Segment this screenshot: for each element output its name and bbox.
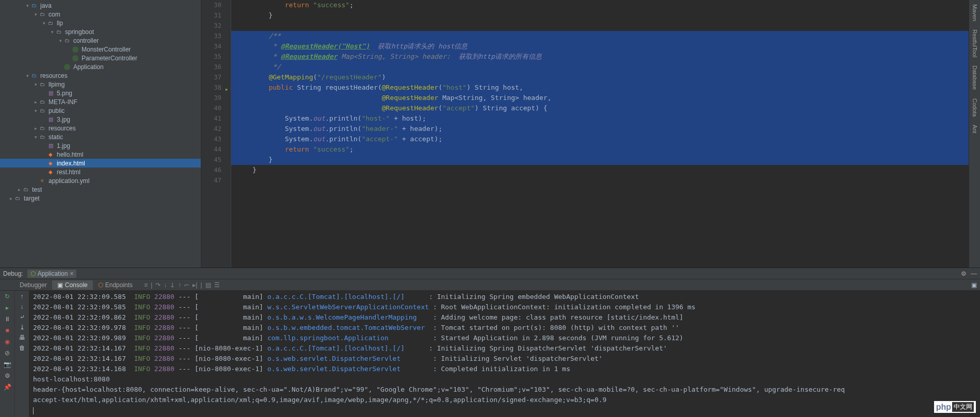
chevron-icon[interactable] bbox=[25, 73, 30, 78]
code-line-35[interactable]: * @RequestHeader Map<String, String> hea… bbox=[231, 52, 969, 62]
close-icon[interactable]: × bbox=[70, 270, 73, 277]
minimize-icon[interactable]: — bbox=[971, 270, 977, 277]
chevron-icon[interactable] bbox=[33, 82, 38, 87]
debug-run-config[interactable]: ⬡ Application × bbox=[27, 270, 77, 278]
tree-item-target[interactable]: 🗀target bbox=[0, 194, 201, 203]
tree-item-resources[interactable]: 🗀resources bbox=[0, 124, 201, 132]
tree-item-index-html[interactable]: ◆index.html bbox=[0, 159, 201, 168]
editor-gutter[interactable]: 30313233💡3435363738▸394041424344454647 bbox=[201, 0, 231, 268]
chevron-icon[interactable] bbox=[33, 108, 38, 113]
tree-item-application[interactable]: Application bbox=[0, 62, 201, 71]
tree-item-rest-html[interactable]: ◆rest.html bbox=[0, 168, 201, 176]
tree-item-java[interactable]: 🗀java bbox=[0, 1, 201, 10]
code-line-40[interactable]: @RequestHeader("accept") String accept) … bbox=[231, 103, 969, 113]
tree-item-3-jpg[interactable]: ▧3.jpg bbox=[0, 115, 201, 124]
step-into-icon[interactable]: ↓ bbox=[164, 281, 167, 289]
code-line-45[interactable]: } bbox=[231, 155, 969, 165]
code-line-30[interactable]: return "success"; bbox=[236, 0, 969, 10]
clear-icon[interactable]: 🗑 bbox=[19, 344, 25, 352]
run-gutter-icon[interactable]: ▸ bbox=[223, 84, 229, 89]
tree-item-springboot[interactable]: 🗀springboot bbox=[0, 27, 201, 36]
code-line-38[interactable]: public String requestHeader(@RequestHead… bbox=[231, 82, 969, 93]
tab-endpoints[interactable]: ⬡Endpoints bbox=[93, 280, 138, 290]
tree-item-test[interactable]: 🗀test bbox=[0, 185, 201, 194]
code-line-47[interactable] bbox=[236, 175, 969, 186]
chevron-icon[interactable] bbox=[41, 21, 46, 26]
tool-tab-database[interactable]: Database bbox=[971, 62, 979, 93]
trace-icon[interactable]: ☰ bbox=[214, 281, 220, 289]
code-line-31[interactable]: } bbox=[236, 10, 969, 21]
tree-item-application-yml[interactable]: ≡application.yml bbox=[0, 176, 201, 185]
tree-item-llpimg[interactable]: 🗀llpimg bbox=[0, 80, 201, 89]
chevron-icon[interactable] bbox=[50, 29, 55, 35]
gear-icon[interactable]: ⚙ bbox=[961, 270, 967, 277]
code-line-33[interactable]: /** bbox=[231, 31, 969, 41]
drop-frame-icon[interactable]: ⤺ bbox=[184, 281, 189, 289]
right-tool-stripe[interactable]: MavenRestfulToolDatabaseCodotaAnt bbox=[969, 0, 980, 268]
code-line-34[interactable]: * @RequestHeader("Host") 获取http请求头的 host… bbox=[231, 41, 969, 52]
chevron-icon[interactable] bbox=[33, 12, 38, 17]
tree-item-meta-inf[interactable]: 🗀META-INF bbox=[0, 97, 201, 106]
tool-tab-maven[interactable]: Maven bbox=[971, 1, 979, 24]
chevron-icon[interactable] bbox=[17, 187, 22, 192]
code-line-46[interactable]: } bbox=[236, 165, 969, 175]
evaluate-icon[interactable]: ▤ bbox=[205, 281, 211, 289]
print-icon[interactable]: 🖶 bbox=[19, 334, 25, 341]
chevron-icon[interactable] bbox=[33, 135, 38, 140]
layout-icon[interactable]: ▣ bbox=[971, 281, 977, 289]
tree-item-hello-html[interactable]: ◆hello.html bbox=[0, 150, 201, 159]
code-line-39[interactable]: @RequestHeader Map<String, String> heade… bbox=[231, 93, 969, 103]
tree-item-monstercontroller[interactable]: MonsterController bbox=[0, 45, 201, 54]
tool-tab-restfultool[interactable]: RestfulTool bbox=[971, 26, 979, 60]
tree-item-public[interactable]: 🗀public bbox=[0, 106, 201, 115]
tool-tab-ant[interactable]: Ant bbox=[971, 122, 979, 137]
tree-item-resources[interactable]: 🗀resources bbox=[0, 71, 201, 80]
tree-item-parametercontroller[interactable]: ParameterController bbox=[0, 54, 201, 62]
console-output[interactable]: 2022-08-01 22:32:09.585 INFO 22880 --- [… bbox=[29, 291, 980, 417]
settings-icon[interactable]: ⚙ bbox=[3, 372, 11, 380]
editor-code[interactable]: return "success"; } /** * @RequestHeader… bbox=[231, 0, 969, 268]
chevron-icon[interactable] bbox=[58, 38, 63, 43]
force-step-into-icon[interactable]: ⤓ bbox=[170, 281, 175, 289]
scroll-end-icon[interactable]: ⤓ bbox=[20, 324, 25, 331]
rerun-icon[interactable]: ↻ bbox=[3, 293, 11, 301]
pin-icon[interactable]: 📌 bbox=[3, 383, 11, 392]
chevron-icon[interactable] bbox=[8, 196, 13, 201]
code-line-32[interactable] bbox=[236, 21, 969, 31]
up-icon[interactable]: ↑ bbox=[21, 293, 24, 300]
log-line: 2022-08-01 22:32:09.585 INFO 22880 --- [… bbox=[33, 302, 976, 312]
tree-item-1-jpg[interactable]: ▧1.jpg bbox=[0, 141, 201, 150]
down-icon[interactable]: ↓ bbox=[21, 303, 24, 310]
tree-item-llp[interactable]: 🗀llp bbox=[0, 19, 201, 27]
project-tree[interactable]: 🗀java🗀com🗀llp🗀springboot🗀controllerMonst… bbox=[0, 0, 201, 268]
tree-item-5-png[interactable]: ▧5.png bbox=[0, 89, 201, 97]
camera-icon[interactable]: 📷 bbox=[3, 361, 11, 369]
mute-breakpoints-icon[interactable]: ⊘ bbox=[3, 349, 11, 358]
stop-icon[interactable]: ■ bbox=[3, 327, 11, 335]
filter-icon[interactable]: ≡ bbox=[144, 281, 148, 289]
tab-debugger[interactable]: Debugger bbox=[14, 280, 52, 290]
run-to-cursor-icon[interactable]: ▸| bbox=[192, 281, 197, 289]
tree-item-static[interactable]: 🗀static bbox=[0, 132, 201, 141]
resume-icon[interactable]: ▸ bbox=[3, 304, 11, 312]
step-out-icon[interactable]: ↑ bbox=[178, 281, 181, 289]
code-line-42[interactable]: System.out.println("header-" + header); bbox=[231, 124, 969, 134]
code-line-37[interactable]: @GetMapping("/requestHeader") bbox=[231, 72, 969, 82]
view-breakpoints-icon[interactable]: ◉ bbox=[3, 338, 11, 346]
tab-console[interactable]: ▣Console bbox=[52, 280, 93, 290]
tool-tab-codota[interactable]: Codota bbox=[971, 95, 979, 120]
code-line-41[interactable]: System.out.println("host-" + host); bbox=[231, 113, 969, 124]
chevron-icon[interactable] bbox=[33, 126, 38, 131]
pause-icon[interactable]: ⏸ bbox=[3, 315, 11, 324]
chevron-icon[interactable] bbox=[25, 3, 30, 8]
step-over-icon[interactable]: ↷ bbox=[155, 281, 160, 289]
soft-wrap-icon[interactable]: ⤶ bbox=[20, 313, 25, 321]
code-line-44[interactable]: return "success"; bbox=[231, 144, 969, 155]
tree-item-controller[interactable]: 🗀controller bbox=[0, 36, 201, 45]
code-line-43[interactable]: System.out.println("accept-" + accept); bbox=[231, 134, 969, 144]
debug-toolbar: ≡ | ↷ ↓ ⤓ ↑ ⤺ ▸| | ▤ ☰ bbox=[144, 281, 219, 289]
chevron-icon[interactable] bbox=[33, 99, 38, 105]
code-line-36[interactable]: */ bbox=[231, 62, 969, 72]
code-editor[interactable]: 30313233💡3435363738▸394041424344454647 r… bbox=[201, 0, 969, 268]
tree-item-com[interactable]: 🗀com bbox=[0, 10, 201, 19]
